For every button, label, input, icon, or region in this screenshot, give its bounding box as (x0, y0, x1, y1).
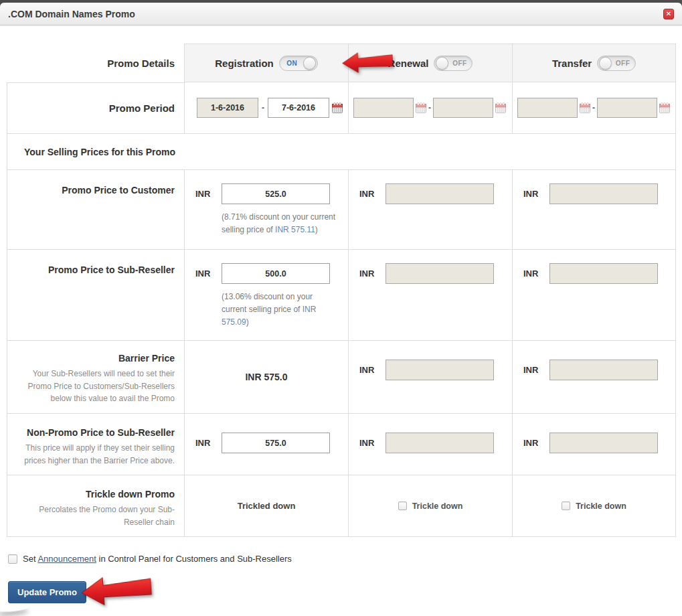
nonpromo-price-description: This price will apply if they set their … (17, 442, 175, 467)
currency-label: INR (195, 268, 222, 279)
customer-price-label: Promo Price to Customer (62, 185, 175, 196)
currency-label: INR (359, 189, 386, 199)
promo-details-label: Promo Details (107, 58, 175, 69)
section-header-row: Your Selling Prices for this Promo (7, 134, 676, 170)
trickled-down-status: Trickled down (238, 501, 296, 511)
nonpromo-price-label-cell: Non-Promo Price to Sub-Reseller This pri… (7, 414, 184, 475)
trickle-down-transfer-cell: Trickle down (512, 475, 676, 537)
barrier-price-description: Your Sub-Resellers will need to set thei… (17, 368, 175, 405)
barrier-price-transfer-cell: INR (512, 341, 676, 414)
trickle-down-description: Percolates the Promo down your Sub-Resel… (17, 504, 175, 528)
barrier-price-value: INR 575.0 (245, 372, 287, 382)
currency-label: INR (523, 365, 549, 375)
promo-period-label-cell: Promo Period (7, 82, 184, 134)
update-promo-button[interactable]: Update Promo (8, 581, 86, 603)
trickle-down-label: Trickle down Promo (86, 489, 175, 499)
announcement-checkbox[interactable] (8, 554, 17, 564)
barrier-price-registration-cell: INR 575.0 (184, 341, 348, 414)
toggle-off-text: OFF (448, 60, 471, 67)
transfer-period-to-input (597, 98, 657, 118)
currency-label: INR (359, 438, 386, 448)
subreseller-price-input-renewal (386, 263, 494, 284)
nonpromo-price-input-renewal (386, 433, 494, 453)
currency-label: INR (195, 189, 222, 199)
toggle-knob (436, 57, 448, 70)
registration-period-cell: - (184, 82, 348, 134)
barrier-price-row: Barrier Price Your Sub-Resellers will ne… (7, 341, 676, 414)
promo-details-header-cell: Promo Details (7, 44, 184, 82)
subreseller-price-renewal-cell: INR (348, 250, 512, 341)
toggle-on-text: ON (281, 60, 303, 67)
announcement-text: Set Announcement in Control Panel for Cu… (23, 554, 292, 564)
renewal-header-cell: Renewal OFF (348, 44, 512, 82)
modal-titlebar: .COM Domain Names Promo ✕ (0, 3, 682, 25)
nonpromo-price-registration-cell: INR (184, 414, 348, 475)
transfer-period-cell: - (512, 82, 676, 134)
trickle-down-checkbox-renewal[interactable] (398, 502, 407, 510)
currency-label: INR (523, 438, 549, 448)
renewal-period-to-input (433, 98, 493, 118)
currency-label: INR (523, 189, 549, 199)
renewal-toggle[interactable]: OFF (434, 56, 473, 71)
trickle-down-registration-cell: Trickled down (184, 475, 348, 537)
customer-price-transfer-cell: INR (512, 170, 676, 250)
currency-label: INR (195, 438, 222, 448)
trickle-down-checkbox-transfer[interactable] (562, 502, 570, 510)
date-separator: - (592, 103, 595, 112)
transfer-toggle[interactable]: OFF (597, 56, 636, 71)
announcement-link[interactable]: Announcement (37, 554, 96, 564)
registration-header-cell: Registration ON (184, 44, 348, 82)
section-title: Your Selling Prices for this Promo (24, 147, 175, 157)
barrier-price-input-renewal (386, 360, 494, 380)
subreseller-price-input-registration[interactable] (222, 263, 330, 284)
toggle-off-text: OFF (612, 60, 634, 67)
table-header-row: Promo Details Registration ON Renewal OF… (7, 44, 676, 82)
transfer-period-from-input (517, 98, 578, 118)
barrier-price-renewal-cell: INR (348, 341, 512, 414)
registration-toggle[interactable]: ON (279, 56, 318, 71)
customer-price-input-registration[interactable] (222, 183, 330, 204)
customer-price-input-transfer (549, 183, 658, 204)
barrier-price-label: Barrier Price (118, 353, 175, 364)
subreseller-price-transfer-cell: INR (512, 250, 676, 341)
nonpromo-price-input-registration[interactable] (222, 433, 330, 453)
trickle-down-row: Trickle down Promo Percolates the Promo … (7, 475, 676, 537)
calendar-icon (659, 102, 670, 113)
section-header-cell: Your Selling Prices for this Promo (7, 134, 676, 170)
subreseller-price-label: Promo Price to Sub-Reseller (48, 264, 175, 275)
renewal-label: Renewal (388, 58, 429, 69)
trickle-down-checkbox-label: Trickle down (576, 502, 626, 511)
promo-period-row: Promo Period - (7, 82, 676, 134)
transfer-header-cell: Transfer OFF (512, 44, 676, 82)
subreseller-price-registration-cell: INR (13.06% discount on your current sel… (184, 250, 348, 341)
date-separator: - (428, 103, 431, 112)
registration-label: Registration (215, 58, 274, 69)
customer-price-row: Promo Price to Customer INR (8.71% disco… (7, 170, 676, 250)
modal-title: .COM Domain Names Promo (8, 9, 135, 19)
calendar-icon (495, 102, 506, 113)
renewal-period-cell: - (348, 82, 512, 134)
renewal-period-from-input (353, 98, 414, 118)
announcement-row: Set Announcement in Control Panel for Cu… (8, 554, 682, 564)
barrier-price-label-cell: Barrier Price Your Sub-Resellers will ne… (7, 341, 184, 414)
customer-price-label-cell: Promo Price to Customer (7, 170, 184, 250)
currency-label: INR (523, 268, 549, 279)
subreseller-price-input-transfer (549, 263, 658, 284)
calendar-icon (580, 102, 590, 113)
nonpromo-price-renewal-cell: INR (348, 414, 512, 475)
currency-label: INR (359, 268, 386, 279)
nonpromo-price-row: Non-Promo Price to Sub-Reseller This pri… (7, 414, 676, 475)
trickle-down-renewal-cell: Trickle down (348, 475, 512, 537)
subreseller-discount-note: (13.06% discount on your current selling… (222, 291, 329, 329)
nonpromo-price-input-transfer (549, 433, 658, 453)
transfer-label: Transfer (552, 58, 592, 69)
customer-price-input-renewal (386, 183, 494, 204)
promo-period-to-input[interactable] (268, 98, 329, 118)
customer-price-registration-cell: INR (8.71% discount on your current sell… (184, 170, 348, 250)
close-icon[interactable]: ✕ (663, 9, 674, 19)
promo-table: Promo Details Registration ON Renewal OF… (7, 44, 676, 537)
trickle-down-checkbox-label: Trickle down (412, 502, 463, 511)
nonpromo-price-label: Non-Promo Price to Sub-Reseller (27, 427, 175, 438)
page-curl-shadow (0, 601, 31, 613)
calendar-icon[interactable] (332, 102, 343, 113)
